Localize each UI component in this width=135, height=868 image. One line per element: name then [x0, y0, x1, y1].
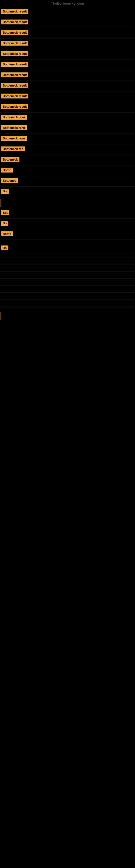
result-row: Bottleneck resu [0, 113, 135, 123]
result-row [0, 265, 135, 268]
result-row: Bottleneck result [0, 70, 135, 81]
bottleneck-badge: Bottleneck resu [1, 115, 27, 120]
bottleneck-badge: Bottleneck result [1, 20, 28, 24]
bottleneck-badge: Bo [1, 246, 8, 250]
result-row [0, 293, 135, 296]
bottleneck-badge: Bottleneck result [1, 104, 28, 109]
result-row [0, 275, 135, 279]
result-row: Bottleneck result [0, 38, 135, 49]
result-row: Bottle [0, 229, 135, 240]
bottleneck-badge: Bottle [1, 231, 13, 236]
bottleneck-badge: Bottleneck result [1, 9, 28, 14]
result-row [0, 300, 135, 303]
result-row: Bottleneck result [0, 91, 135, 102]
result-row: Bottleneck resu [0, 134, 135, 144]
result-row [0, 303, 135, 307]
result-row: Bot [0, 187, 135, 197]
result-row [0, 296, 135, 300]
bottleneck-badge: Bottleneck resu [1, 136, 27, 141]
bottleneck-badge: Bottleneck result [1, 41, 28, 45]
bottleneck-badge: Bottle [1, 167, 13, 173]
result-row: Bottleneck resu [0, 123, 135, 134]
result-row: Bo [0, 219, 135, 229]
result-row: Bot [0, 208, 135, 219]
result-row: Bottleneck result [0, 81, 135, 91]
result-row [0, 257, 135, 261]
bottleneck-badge: Bottleneck result [1, 94, 28, 98]
site-title: TheBottlenecker.com [0, 0, 135, 7]
bottleneck-badge: Bot [1, 210, 9, 215]
result-row [0, 272, 135, 275]
result-row [0, 240, 135, 243]
result-row [0, 289, 135, 293]
result-row [0, 282, 135, 286]
bottleneck-badge: Bo [1, 221, 8, 226]
bottleneck-badge: Bottleneck res [1, 147, 25, 151]
result-row: Bottleneck result [0, 60, 135, 70]
bottleneck-badge: Bottlenec [1, 178, 18, 183]
bottleneck-badge: Bottleneck result [1, 72, 28, 77]
result-row [0, 268, 135, 272]
vertical-bar [1, 198, 1, 207]
bottleneck-badge: Bottleneck [1, 157, 19, 162]
bottleneck-badge: Bottleneck resu [1, 125, 27, 130]
result-row: Bottlenec [0, 176, 135, 187]
result-row [0, 286, 135, 289]
bottleneck-badge: Bottleneck result [1, 83, 28, 88]
results-container: Bottleneck resultBottleneck resultBottle… [0, 7, 135, 320]
result-row: Bo [0, 243, 135, 254]
bottleneck-badge: Bottleneck result [1, 62, 28, 67]
result-row [0, 307, 135, 310]
result-row: Bottleneck [0, 155, 135, 165]
result-row [0, 261, 135, 265]
bottleneck-badge: Bottleneck result [1, 51, 28, 56]
result-row: Bottleneck result [0, 18, 135, 28]
result-row: Bottleneck result [0, 49, 135, 60]
result-row: Bottleneck result [0, 28, 135, 38]
result-row: Bottleneck result [0, 102, 135, 113]
result-row: Bottleneck res [0, 144, 135, 155]
bottleneck-badge: Bot [1, 189, 9, 194]
bottleneck-badge: Bottleneck result [1, 30, 28, 35]
result-row [0, 279, 135, 282]
result-row [0, 254, 135, 257]
result-row: Bottle [0, 165, 135, 176]
vertical-bar [1, 312, 1, 320]
result-row: Bottleneck result [0, 7, 135, 18]
